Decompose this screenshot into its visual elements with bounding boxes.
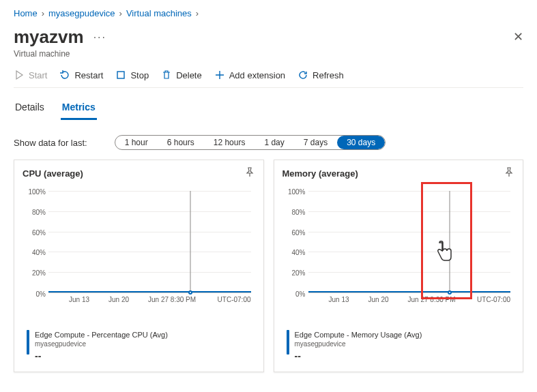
cpu-card: CPU (average) 100% 80% 60% 40% 20% 0% — [14, 160, 264, 372]
pin-icon[interactable] — [504, 167, 514, 180]
timezone-label: UTC-07:00 — [477, 296, 510, 303]
pin-icon[interactable] — [244, 167, 255, 180]
memory-card: Memory (average) 100% 80% 60% 40% 20% 0% — [274, 160, 524, 372]
time-range-1d[interactable]: 1 day — [255, 136, 293, 149]
memory-chart[interactable]: 100% 80% 60% 40% 20% 0% Jun 13 Jun 20 Ju… — [282, 187, 515, 316]
breadcrumb-home[interactable]: Home — [14, 8, 38, 18]
more-menu-icon[interactable]: ··· — [93, 31, 106, 44]
time-range-selector: 1 hour 6 hours 12 hours 1 day 7 days 30 … — [115, 135, 386, 150]
restart-icon — [59, 70, 70, 80]
chevron-right-icon: › — [42, 8, 44, 18]
cpu-legend: Edge Compute - Percentage CPU (Avg) myas… — [27, 330, 255, 362]
breadcrumb-device[interactable]: myasegpudevice — [48, 8, 115, 18]
breadcrumb: Home › myasegpudevice › Virtual machines… — [14, 5, 523, 27]
resource-type-label: Virtual machine — [14, 49, 106, 59]
cpu-series-line — [48, 291, 251, 292]
time-range-1h[interactable]: 1 hour — [115, 136, 158, 149]
start-button[interactable]: Start — [14, 70, 47, 80]
memory-card-title: Memory (average) — [282, 168, 358, 179]
time-range-7d[interactable]: 7 days — [294, 136, 337, 149]
breadcrumb-section[interactable]: Virtual machines — [126, 8, 192, 18]
memory-legend: Edge Compute - Memory Usage (Avg) myaseg… — [287, 330, 515, 362]
stop-icon — [115, 70, 126, 80]
refresh-button[interactable]: Refresh — [297, 70, 344, 80]
timezone-label: UTC-07:00 — [218, 296, 251, 303]
chart-hover-line — [190, 191, 190, 292]
memory-series-line — [308, 291, 511, 292]
chevron-right-icon: › — [196, 8, 199, 18]
restart-button[interactable]: Restart — [59, 70, 103, 80]
time-range-6h[interactable]: 6 hours — [158, 136, 204, 149]
tab-details[interactable]: Details — [14, 97, 46, 120]
cpu-chart[interactable]: 100% 80% 60% 40% 20% 0% Jun 13 Jun 20 Ju… — [23, 187, 255, 316]
cpu-data-marker — [188, 290, 192, 295]
trash-icon — [161, 70, 172, 80]
tab-metrics[interactable]: Metrics — [61, 97, 97, 120]
stop-button[interactable]: Stop — [115, 70, 149, 80]
play-icon — [14, 70, 25, 80]
refresh-icon — [297, 70, 308, 80]
add-extension-button[interactable]: Add extension — [214, 70, 285, 80]
chevron-right-icon: › — [119, 8, 122, 18]
legend-color-swatch — [27, 330, 29, 355]
time-range-label: Show data for last: — [14, 138, 87, 148]
delete-button[interactable]: Delete — [161, 70, 202, 80]
chart-hover-line — [450, 191, 450, 292]
close-icon[interactable]: ✕ — [513, 27, 523, 47]
command-bar: Start Restart Stop Delete Add extension … — [14, 59, 523, 88]
legend-color-swatch — [287, 330, 289, 355]
time-range-12h[interactable]: 12 hours — [204, 136, 255, 149]
time-range-30d[interactable]: 30 days — [337, 136, 385, 149]
page-title: myazvm — [14, 27, 84, 48]
tab-bar: Details Metrics — [14, 88, 523, 120]
svg-rect-0 — [117, 72, 124, 78]
plus-icon — [214, 70, 225, 80]
cpu-card-title: CPU (average) — [23, 168, 83, 179]
memory-data-marker — [448, 290, 452, 295]
